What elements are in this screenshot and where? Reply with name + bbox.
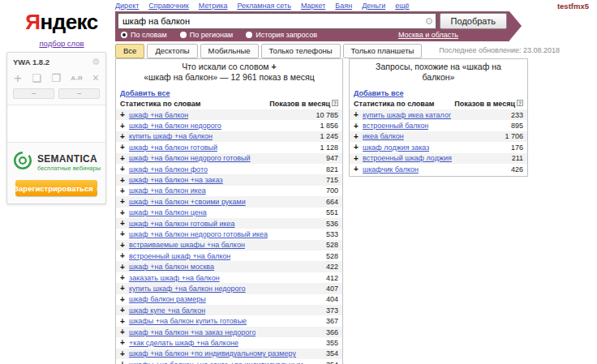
topnav-link[interactable]: Маркет [301,2,325,10]
add-all-link-similar[interactable]: Добавить все [354,89,403,98]
add-keyword-icon[interactable]: + [120,219,129,228]
keyword-link[interactable]: шкаф +на балкон москва [129,263,214,271]
keyword-link[interactable]: икеа балкон [363,132,404,140]
add-keyword-icon[interactable]: + [120,241,129,250]
keyword-row: + икеа балкон 1 706 [350,131,527,142]
keyword-link[interactable]: шкаф +на балкон готовый [129,143,217,152]
keyword-link[interactable]: заказать шкаф +на балкон [129,274,220,282]
keyword-link[interactable]: встроенный шкаф лоджия [363,154,452,162]
sort-az-icon[interactable]: А-Я [71,75,82,82]
add-keyword-icon[interactable]: + [120,349,129,358]
keyword-link[interactable]: шкаф +на балкон +своими руками [129,198,246,206]
keyword-link[interactable]: шкаф +на балкон +на заказ [129,176,223,184]
keyword-link[interactable]: шкаф купе +на балкон [129,306,205,315]
help-icon[interactable]: ? [517,100,523,106]
add-keyword-icon[interactable]: + [120,328,129,336]
keyword-link[interactable]: купить шкаф икеа каталог [363,111,451,119]
keyword-link[interactable]: шкаф +на балкон недорого [129,122,221,130]
add-keyword-icon[interactable]: + [120,273,129,282]
add-keyword-icon[interactable]: + [354,143,363,152]
add-keyword-icon[interactable]: + [354,154,363,163]
add-keyword-icon[interactable]: + [120,143,129,152]
add-keyword-icon[interactable]: + [354,165,363,173]
search-mode-radio[interactable]: По словам [121,31,167,39]
add-keyword-icon[interactable]: + [354,132,363,141]
keyword-link[interactable]: шкаф +на балкон недорого готовый [129,154,251,162]
keyword-link[interactable]: встроенный балкон [363,122,428,130]
help-icon[interactable]: ? [332,100,338,106]
add-keyword-icon[interactable]: + [120,186,129,195]
add-keyword-icon[interactable]: + [120,132,129,141]
keyword-link[interactable]: шкаф +на балкон цена [129,208,207,216]
add-keyword-icon[interactable]: + [120,284,129,293]
topnav-link[interactable]: ещё [395,2,409,10]
device-tab[interactable]: Только планшеты [343,44,423,58]
keyword-link[interactable]: шкафы +на балкон +на заказ +по индивидуа… [129,361,303,364]
topnav-link[interactable]: Баян [335,2,352,10]
add-keyword-icon[interactable]: + [120,295,129,304]
clear-input-icon[interactable] [426,18,432,24]
keyword-link[interactable]: купить шкаф +на балкон [129,132,213,140]
search-mode-radio[interactable]: История запросов [246,31,317,39]
copy-table-icon[interactable]: ❐ [51,72,61,84]
add-keyword-icon[interactable]: + [120,251,129,260]
keyword-link[interactable]: встраиваемые шкафы +на балкон [129,241,245,249]
keyword-link[interactable]: шкаф балкон размеры [129,295,206,303]
keyword-link[interactable]: шкаф +на балкон икеа [129,186,206,195]
add-keyword-icon[interactable]: + [120,229,129,238]
add-keyword-icon[interactable]: + [120,176,129,185]
keyword-link[interactable]: шкафчик балкон [363,165,419,173]
keyword-link[interactable]: шкафы +на балкон купить готовые [129,317,247,325]
search-input[interactable] [118,13,436,29]
topnav-link[interactable]: Справочник [148,2,189,10]
shows-value: 354 [321,361,338,364]
device-tab[interactable]: Мобильные [200,44,259,58]
add-keyword-icon[interactable]: + [120,360,129,364]
brand-text[interactable]: Яндекс [15,10,109,35]
keyword-link[interactable]: встроенный шкаф +на балкон [129,252,230,260]
add-keyword-icon[interactable]: + [120,197,129,206]
copy-icon[interactable]: ❏ [32,72,41,84]
add-keyword-icon[interactable]: + [120,122,129,131]
device-tab[interactable]: Десктопы [147,44,197,58]
topnav-link[interactable]: Деньги [362,2,385,10]
add-keyword-icon[interactable]: + [120,306,129,315]
keyword-link[interactable]: шкаф +на балкон +на заказ недорого [129,328,256,336]
keyword-link[interactable]: шкаф +на балкон фото [129,165,208,173]
add-keyword-icon[interactable]: + [120,338,129,347]
gear-icon[interactable]: ⚙ [92,57,100,67]
keyword-link[interactable]: шкаф +на балкон [129,111,188,119]
search-submit-button[interactable]: Подобрать [440,13,507,29]
keywords-panel-title: Что искали со словом + «шкаф на балкон» … [116,59,342,84]
topnav-link[interactable]: Рекламная сеть [237,2,290,10]
keyword-link[interactable]: +как сделать шкаф +на балконе [129,339,238,347]
add-keyword-icon[interactable]: + [120,317,129,326]
add-keyword-icon[interactable]: + [354,110,363,119]
username[interactable]: testfmx5 [557,2,589,11]
clear-icon[interactable]: × [92,71,99,84]
add-keyword-icon[interactable]: + [120,208,129,217]
search-mode-label: История запросов [256,31,317,39]
add-keyword-icon[interactable]: + [120,110,129,119]
keyword-link[interactable]: купить шкаф +на балкон недорого [129,285,246,293]
keyword-link[interactable]: шкаф +на балкон +по индивидуальному разм… [129,349,296,358]
keyword-row: + шкаф +на балкон +по индивидуальному ра… [116,349,342,359]
device-tab[interactable]: Только телефоны [261,44,341,58]
add-keyword-icon[interactable]: + [120,263,129,272]
add-all-plus-icon[interactable]: + [271,62,276,72]
topnav-link[interactable]: Директ [115,2,139,10]
keyword-link[interactable]: шкаф +на балкон готовый икеа [129,220,235,228]
add-keyword-icon[interactable]: + [120,165,129,173]
add-keyword-icon[interactable]: + [354,122,363,131]
search-mode-radio[interactable]: По регионам [180,31,233,39]
keyword-link[interactable]: шкаф лоджия заказ [363,143,429,152]
wordstat-tagline-link[interactable]: подбор слов [39,39,84,48]
add-all-link[interactable]: Добавить все [120,89,170,98]
topnav-link[interactable]: Метрика [199,2,228,10]
device-tab[interactable]: Все [115,44,144,58]
register-button[interactable]: Зарегистрироваться› [15,180,97,196]
keyword-link[interactable]: шкаф +на балкон недорого готовый икеа [129,230,268,238]
region-link[interactable]: Москва и область [398,31,458,39]
add-icon[interactable]: + [14,72,22,84]
add-keyword-icon[interactable]: + [120,154,129,163]
